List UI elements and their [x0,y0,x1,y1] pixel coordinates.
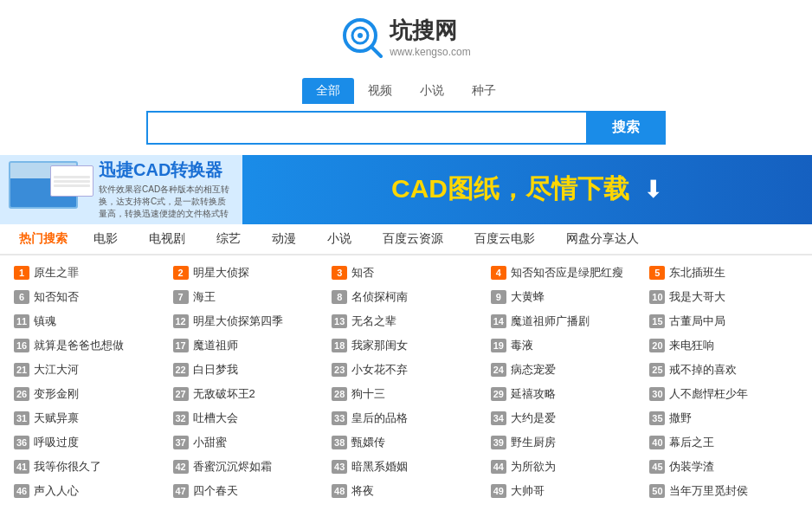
result-text[interactable]: 毒液 [511,338,533,353]
list-item: 40幕后之王 [644,430,803,455]
result-text[interactable]: 小女花不弃 [351,362,408,378]
result-text[interactable]: 皇后的品格 [351,410,408,426]
result-text[interactable]: 声入人心 [34,483,79,499]
result-number: 6 [14,290,29,304]
result-number: 48 [332,484,347,498]
result-text[interactable]: 魔道祖师 [193,338,238,353]
result-text[interactable]: 知否 [351,265,374,281]
result-text[interactable]: 人不彪悍枉少年 [669,386,748,402]
result-text[interactable]: 伪装学渣 [669,459,714,475]
list-item: 36呼吸过度 [9,430,168,455]
result-text[interactable]: 野生厨房 [511,435,556,450]
list-item: 3知否 [326,261,486,285]
result-number: 14 [491,314,506,328]
search-input[interactable] [146,111,586,145]
result-text[interactable]: 狗十三 [351,386,385,402]
result-number: 38 [332,436,347,449]
result-number: 39 [491,436,506,449]
result-text[interactable]: 暗黑系婚姻 [351,459,408,475]
result-text[interactable]: 呼吸过度 [34,435,79,450]
result-number: 7 [173,290,189,304]
result-text[interactable]: 魔道祖师广播剧 [511,313,590,329]
result-text[interactable]: 无名之辈 [351,313,396,329]
search-button[interactable]: 搜索 [586,111,666,145]
list-item: 17魔道祖师 [168,333,327,358]
list-item: 30人不彪悍枉少年 [644,382,803,406]
result-text[interactable]: 东北插班生 [669,265,725,281]
result-text[interactable]: 知否知否 [34,289,79,305]
tab-video[interactable]: 视频 [354,78,406,104]
result-text[interactable]: 大江大河 [34,362,79,378]
result-text[interactable]: 我家那闺女 [351,338,408,353]
result-text[interactable]: 来电狂响 [669,338,714,353]
result-text[interactable]: 当年万里觅封侯 [669,483,748,499]
category-movie[interactable]: 电影 [78,224,133,254]
list-item: 12明星大侦探第四季 [168,309,327,333]
result-number: 22 [173,363,189,377]
result-number: 20 [649,339,665,352]
tab-seed[interactable]: 种子 [458,78,510,104]
result-text[interactable]: 原生之罪 [34,265,79,281]
list-item: 29延禧攻略 [486,382,645,406]
result-number: 8 [332,290,347,304]
result-text[interactable]: 变形金刚 [34,386,79,402]
list-item: 47四个春天 [168,479,327,503]
result-text[interactable]: 为所欲为 [511,459,556,475]
result-text[interactable]: 大帅哥 [511,483,545,499]
result-number: 49 [491,484,506,498]
list-item: 48将夜 [326,479,486,503]
result-number: 26 [14,387,29,401]
category-baidu-cloud[interactable]: 百度云资源 [367,224,459,254]
result-text[interactable]: 我是大哥大 [669,289,725,305]
result-text[interactable]: 病态宠爱 [511,362,556,378]
result-text[interactable]: 四个春天 [193,483,238,499]
result-text[interactable]: 撒野 [669,410,692,426]
category-variety[interactable]: 综艺 [201,224,256,254]
category-netdisk-share[interactable]: 网盘分享达人 [551,224,654,254]
result-text[interactable]: 我等你很久了 [34,459,101,475]
result-text[interactable]: 明星大侦探第四季 [193,313,283,329]
result-text[interactable]: 名侦探柯南 [351,289,408,305]
result-text[interactable]: 延禧攻略 [511,386,556,402]
result-number: 27 [173,387,189,401]
category-baidu-movie[interactable]: 百度云电影 [459,224,551,254]
result-text[interactable]: 戒不掉的喜欢 [669,362,737,378]
list-item: 7海王 [168,285,327,309]
list-item: 43暗黑系婚姻 [326,455,486,479]
list-item: 50当年万里觅封侯 [644,479,803,503]
result-text[interactable]: 无敌破坏王2 [193,386,255,402]
category-anime[interactable]: 动漫 [256,224,312,254]
result-text[interactable]: 小甜蜜 [193,435,227,450]
list-item: 32吐槽大会 [168,406,327,430]
category-nav: 热门搜索 电影 电视剧 综艺 动漫 小说 百度云资源 百度云电影 网盘分享达人 [0,224,812,255]
result-text[interactable]: 天赋异禀 [34,410,79,426]
category-novel[interactable]: 小说 [312,224,367,254]
result-text[interactable]: 幕后之王 [669,435,714,450]
result-text[interactable]: 就算是爸爸也想做 [34,338,124,353]
result-text[interactable]: 知否知否应是绿肥红瘦 [511,265,623,281]
result-text[interactable]: 将夜 [351,483,374,499]
banner-text: 迅捷CAD转换器 软件效果容CAD各种版本的相互转换，达支持将C式，是一款转换质… [99,158,234,220]
result-text[interactable]: 甄嬛传 [351,435,385,450]
result-text[interactable]: 白日梦我 [193,362,238,378]
category-tvshow[interactable]: 电视剧 [133,224,201,254]
list-item: 20来电狂响 [644,333,803,358]
result-number: 2 [173,266,189,280]
tab-all[interactable]: 全部 [302,78,354,104]
result-text[interactable]: 大黄蜂 [511,289,545,305]
banner[interactable]: 迅捷CAD转换器 软件效果容CAD各种版本的相互转换，达支持将C式，是一款转换质… [0,155,812,224]
result-text[interactable]: 吐槽大会 [193,410,238,426]
result-text[interactable]: 明星大侦探 [193,265,249,281]
list-item: 14魔道祖师广播剧 [486,309,645,333]
result-number: 41 [14,460,29,474]
result-number: 46 [14,484,29,498]
result-text[interactable]: 古董局中局 [669,313,725,329]
list-item: 16就算是爸爸也想做 [9,333,168,358]
result-text[interactable]: 香蜜沉沉烬如霜 [193,459,272,475]
result-number: 34 [491,411,506,425]
result-text[interactable]: 海王 [193,289,216,305]
tab-novel[interactable]: 小说 [406,78,458,104]
result-text[interactable]: 大约是爱 [511,410,556,426]
result-text[interactable]: 镇魂 [34,313,56,329]
result-number: 32 [173,411,189,425]
